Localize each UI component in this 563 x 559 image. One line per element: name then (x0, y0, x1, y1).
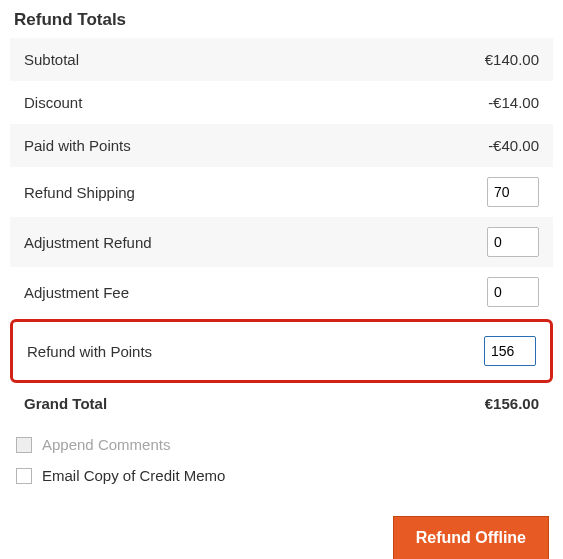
subtotal-value: €140.00 (485, 51, 539, 68)
paid-with-points-value: -€40.00 (488, 137, 539, 154)
adjustment-fee-label: Adjustment Fee (24, 284, 129, 301)
email-copy-row[interactable]: Email Copy of Credit Memo (16, 467, 547, 484)
subtotal-label: Subtotal (24, 51, 79, 68)
row-discount: Discount -€14.00 (10, 81, 553, 124)
row-refund-shipping: Refund Shipping (10, 167, 553, 217)
append-comments-label: Append Comments (42, 436, 170, 453)
refund-offline-button[interactable]: Refund Offline (393, 516, 549, 559)
row-refund-with-points: Refund with Points (10, 319, 553, 383)
append-comments-row: Append Comments (16, 436, 547, 453)
section-title: Refund Totals (14, 10, 553, 30)
grand-total-label: Grand Total (24, 395, 107, 412)
refund-with-points-input[interactable] (484, 336, 536, 366)
adjustment-refund-label: Adjustment Refund (24, 234, 152, 251)
button-row: Refund Offline (10, 498, 553, 559)
row-grand-total: Grand Total €156.00 (10, 385, 553, 422)
row-subtotal: Subtotal €140.00 (10, 38, 553, 81)
grand-total-value: €156.00 (485, 395, 539, 412)
refund-shipping-label: Refund Shipping (24, 184, 135, 201)
paid-with-points-label: Paid with Points (24, 137, 131, 154)
email-copy-label: Email Copy of Credit Memo (42, 467, 225, 484)
refund-totals-table: Subtotal €140.00 Discount -€14.00 Paid w… (10, 38, 553, 422)
adjustment-fee-input[interactable] (487, 277, 539, 307)
checkbox-group: Append Comments Email Copy of Credit Mem… (10, 422, 553, 484)
refund-with-points-label: Refund with Points (27, 343, 152, 360)
discount-value: -€14.00 (488, 94, 539, 111)
row-paid-with-points: Paid with Points -€40.00 (10, 124, 553, 167)
row-adjustment-fee: Adjustment Fee (10, 267, 553, 317)
email-copy-checkbox[interactable] (16, 468, 32, 484)
adjustment-refund-input[interactable] (487, 227, 539, 257)
discount-label: Discount (24, 94, 82, 111)
row-adjustment-refund: Adjustment Refund (10, 217, 553, 267)
refund-shipping-input[interactable] (487, 177, 539, 207)
append-comments-checkbox (16, 437, 32, 453)
